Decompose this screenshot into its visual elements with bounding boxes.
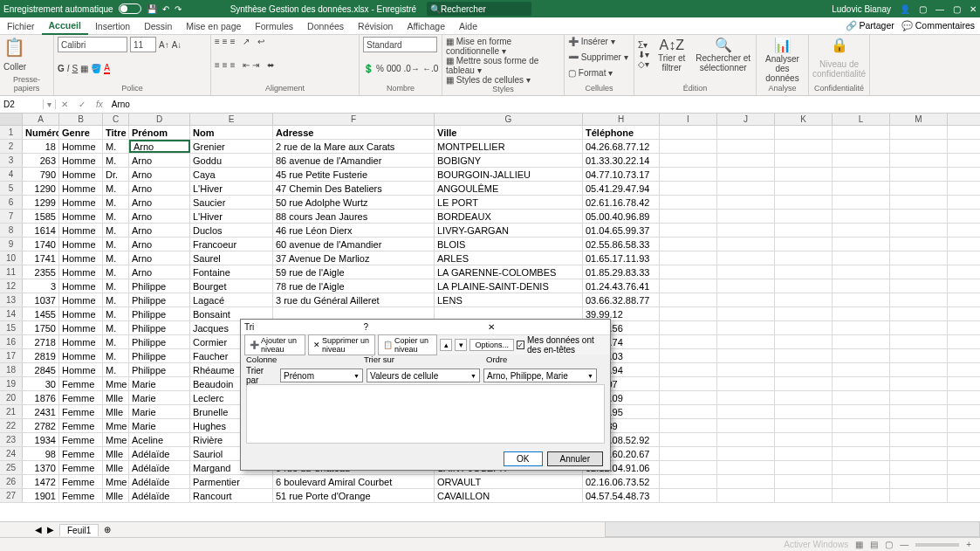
- cell[interactable]: Philippe: [129, 293, 190, 306]
- cell[interactable]: Arno: [129, 224, 190, 237]
- cell[interactable]: [660, 475, 717, 488]
- cell[interactable]: [890, 391, 948, 404]
- cell[interactable]: [775, 279, 833, 293]
- clear-icon[interactable]: ◇▾: [638, 59, 649, 69]
- cell[interactable]: [717, 196, 775, 209]
- delete-level-button[interactable]: ✕Supprimer un niveau: [308, 334, 375, 355]
- cell[interactable]: [890, 447, 948, 460]
- cell[interactable]: 01.85.29.83.33: [583, 265, 660, 279]
- view-break-icon[interactable]: ▢: [885, 540, 893, 549]
- cell[interactable]: [890, 489, 948, 502]
- cell[interactable]: [833, 335, 890, 348]
- cell[interactable]: [890, 433, 948, 446]
- cell[interactable]: Homme: [59, 265, 103, 279]
- cell[interactable]: BOURGOIN-JALLIEU: [435, 168, 583, 181]
- add-level-button[interactable]: ➕Ajouter un niveau: [244, 334, 305, 355]
- cell[interactable]: [660, 265, 717, 279]
- cell[interactable]: 46 rue Léon Dierx: [273, 224, 435, 237]
- view-layout-icon[interactable]: ▤: [870, 540, 878, 549]
- cell[interactable]: 6 boulevard Amiral Courbet: [273, 475, 435, 488]
- cell[interactable]: Adélaïde: [129, 447, 190, 460]
- cell[interactable]: 01.33.30.22.14: [583, 154, 660, 167]
- cell[interactable]: 60 avenue de l'Amandier: [273, 238, 435, 251]
- cell[interactable]: [890, 251, 948, 265]
- cell[interactable]: [717, 461, 775, 474]
- align-mid-icon[interactable]: ≡: [223, 37, 228, 46]
- cell[interactable]: Adélaïde: [129, 461, 190, 474]
- cell[interactable]: [890, 224, 948, 237]
- dialog-help-icon[interactable]: ?: [363, 322, 482, 332]
- save-icon[interactable]: 💾: [147, 4, 157, 14]
- cell[interactable]: [775, 265, 833, 279]
- row-header[interactable]: 27: [0, 489, 23, 502]
- cell[interactable]: [717, 126, 775, 139]
- sheet-tab[interactable]: Feuil1: [59, 524, 99, 536]
- cell[interactable]: [890, 461, 948, 474]
- undo-icon[interactable]: ↶: [162, 4, 169, 14]
- horizontal-scrollbar[interactable]: [605, 521, 980, 537]
- cell[interactable]: [890, 405, 948, 418]
- col-header[interactable]: I: [660, 114, 717, 125]
- cell[interactable]: [660, 321, 717, 334]
- cell[interactable]: Duclos: [190, 224, 273, 237]
- cell[interactable]: [833, 363, 890, 376]
- cell[interactable]: Adélaïde: [129, 489, 190, 502]
- cell[interactable]: Arno: [129, 238, 190, 251]
- cell[interactable]: Mme: [103, 377, 129, 390]
- cell[interactable]: 88 cours Jean Jaures: [273, 210, 435, 223]
- cell[interactable]: [833, 168, 890, 181]
- cell[interactable]: 1299: [23, 196, 59, 209]
- cell[interactable]: 05.00.40.96.89: [583, 210, 660, 223]
- cell[interactable]: Homme: [59, 238, 103, 251]
- cell[interactable]: [660, 251, 717, 265]
- cell[interactable]: Mlle: [103, 489, 129, 502]
- cell[interactable]: [660, 168, 717, 181]
- cell[interactable]: M.: [103, 335, 129, 348]
- cell[interactable]: [890, 140, 948, 153]
- cell[interactable]: Femme: [59, 433, 103, 446]
- zoom-slider[interactable]: [915, 543, 959, 547]
- cell[interactable]: [775, 377, 833, 390]
- cell[interactable]: Nom: [190, 126, 273, 139]
- col-header[interactable]: C: [103, 114, 129, 125]
- copy-level-button[interactable]: 📋Copier un niveau: [378, 334, 438, 355]
- row-header[interactable]: 19: [0, 377, 23, 390]
- cell[interactable]: 1370: [23, 461, 59, 474]
- cell[interactable]: Femme: [59, 489, 103, 502]
- cell[interactable]: [775, 293, 833, 306]
- cell[interactable]: [775, 433, 833, 446]
- cell[interactable]: [890, 475, 948, 488]
- cell[interactable]: Fontaine: [190, 265, 273, 279]
- cell[interactable]: [660, 307, 717, 320]
- cell[interactable]: [660, 335, 717, 348]
- redo-icon[interactable]: ↷: [175, 4, 182, 14]
- cell[interactable]: [890, 363, 948, 376]
- cell[interactable]: [717, 168, 775, 181]
- cell[interactable]: [890, 377, 948, 390]
- cell[interactable]: 01.04.65.99.37: [583, 224, 660, 237]
- cell[interactable]: 30: [23, 377, 59, 390]
- percent-icon[interactable]: %: [376, 64, 384, 73]
- row-header[interactable]: 20: [0, 391, 23, 404]
- row-header[interactable]: 16: [0, 335, 23, 348]
- cell[interactable]: M.: [103, 224, 129, 237]
- number-format-selector[interactable]: Standard: [363, 37, 437, 52]
- row-header[interactable]: 15: [0, 321, 23, 334]
- cell[interactable]: 1901: [23, 489, 59, 502]
- cell[interactable]: Homme: [59, 196, 103, 209]
- dec-dec-icon[interactable]: ←.0: [422, 64, 438, 73]
- cell[interactable]: [660, 293, 717, 306]
- cell[interactable]: Saurel: [190, 251, 273, 265]
- cell[interactable]: 3 rue du Général Ailleret: [273, 293, 435, 306]
- commentaires-button[interactable]: 💬 Commentaires: [901, 20, 975, 31]
- cell[interactable]: Homme: [59, 224, 103, 237]
- cell[interactable]: 86 avenue de l'Amandier: [273, 154, 435, 167]
- cell[interactable]: Homme: [59, 307, 103, 320]
- cell[interactable]: BLOIS: [435, 238, 583, 251]
- sheet-nav-prev-icon[interactable]: ◀: [35, 525, 42, 534]
- row-header[interactable]: 4: [0, 168, 23, 181]
- cell[interactable]: [775, 224, 833, 237]
- tab-formules[interactable]: Formules: [248, 18, 300, 34]
- cell[interactable]: [660, 279, 717, 293]
- cell[interactable]: [833, 307, 890, 320]
